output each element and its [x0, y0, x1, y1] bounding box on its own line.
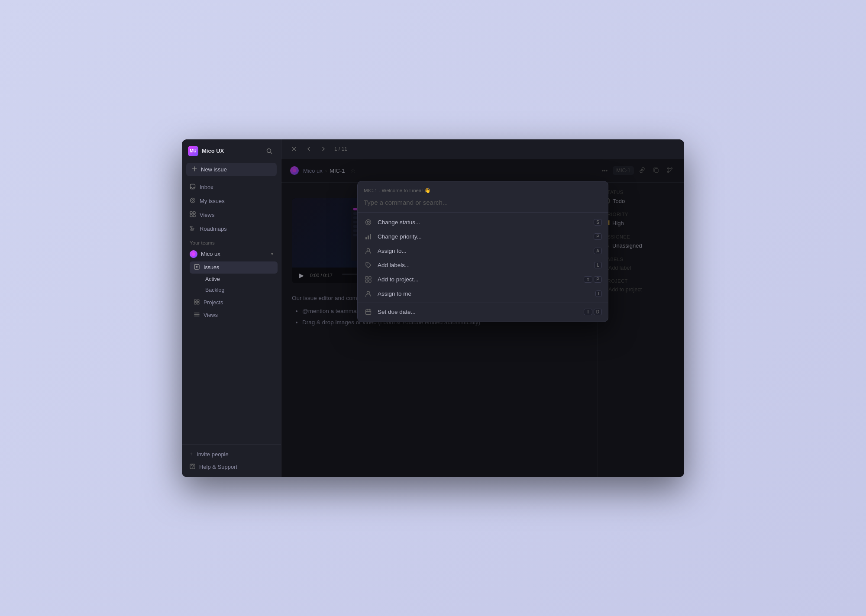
palette-item-change-status[interactable]: Change status... S [358, 215, 608, 229]
svg-point-19 [192, 468, 193, 468]
change-priority-label: Change priority... [378, 233, 588, 240]
invite-people-button[interactable]: + Invite people [185, 448, 278, 461]
svg-rect-37 [368, 277, 371, 279]
palette-item-change-priority[interactable]: Change priority... P [358, 229, 608, 244]
sidebar: MU Mico UX New issue Inbox [182, 139, 281, 477]
assign-to-me-icon [364, 290, 372, 297]
svg-point-13 [196, 266, 198, 268]
app-window: MU Mico UX New issue Inbox [182, 139, 684, 477]
svg-rect-33 [370, 234, 371, 239]
set-due-date-icon [364, 309, 372, 315]
set-due-date-label: Set due date... [378, 309, 578, 315]
svg-rect-14 [194, 300, 197, 302]
roadmaps-icon [190, 225, 196, 232]
issues-label: Issues [204, 264, 219, 271]
sidebar-item-inbox[interactable]: Inbox [185, 181, 278, 194]
palette-item-add-labels[interactable]: Add labels... L [358, 258, 608, 272]
workspace-avatar: MU [188, 146, 198, 156]
shortcut-s: S [594, 219, 602, 226]
projects-icon [194, 299, 200, 306]
assign-to-icon [364, 248, 372, 254]
active-label: Active [205, 276, 220, 282]
team-sub-nav-2: Projects Views [182, 297, 281, 322]
svg-rect-4 [190, 212, 192, 214]
invite-label: Invite people [197, 451, 229, 458]
sidebar-item-active[interactable]: Active [201, 274, 278, 284]
add-to-project-shortcut: ⇧ P [584, 276, 602, 283]
issues-icon [194, 264, 200, 271]
content-area: Mico ux › MIC-1 ☆ ••• MIC-1 [281, 159, 684, 477]
add-labels-icon [364, 262, 372, 268]
svg-rect-15 [197, 300, 200, 302]
palette-search-input[interactable] [364, 195, 602, 210]
change-status-icon [364, 219, 372, 226]
page-counter: 1 / 11 [334, 146, 347, 152]
change-status-label: Change status... [378, 219, 588, 226]
palette-item-set-due-date[interactable]: Set due date... ⇧ D [358, 305, 608, 319]
svg-rect-17 [197, 302, 200, 304]
team-mico-ux[interactable]: Mico ux ▾ [185, 247, 278, 261]
svg-point-2 [191, 198, 195, 203]
projects-label: Projects [204, 300, 223, 306]
shortcut-i: I [595, 290, 602, 297]
sidebar-nav: Inbox My issues Views Roadmaps [182, 181, 281, 236]
palette-item-assign-to-me[interactable]: Assign to me I [358, 287, 608, 301]
my-issues-label: My issues [200, 198, 225, 204]
team-views-icon [194, 312, 200, 319]
sidebar-bottom: + Invite people Help & Support [182, 444, 281, 477]
change-priority-shortcut: P [594, 233, 602, 240]
svg-rect-41 [365, 310, 371, 314]
sidebar-item-projects[interactable]: Projects [190, 297, 278, 309]
sidebar-header: MU Mico UX [182, 139, 281, 161]
team-name: Mico ux [201, 251, 267, 257]
previous-button[interactable] [303, 143, 314, 155]
plus-circle-icon: + [190, 451, 193, 457]
assign-to-shortcut: A [594, 248, 602, 254]
svg-rect-32 [368, 235, 369, 239]
close-button[interactable] [288, 143, 300, 155]
svg-rect-38 [365, 280, 368, 282]
palette-items: Change status... S Change priority... [358, 213, 608, 322]
new-issue-button[interactable]: New issue [186, 163, 277, 176]
svg-point-11 [192, 252, 195, 256]
workspace-info[interactable]: MU Mico UX [188, 146, 224, 156]
svg-point-0 [267, 148, 271, 152]
palette-divider [358, 303, 608, 303]
help-support-button[interactable]: Help & Support [185, 461, 278, 474]
svg-rect-7 [193, 215, 195, 217]
inbox-icon [190, 184, 196, 191]
svg-rect-5 [193, 212, 195, 214]
palette-item-add-to-project[interactable]: Add to project... ⇧ P [358, 272, 608, 287]
team-sub-nav: Issues [182, 261, 281, 274]
svg-rect-16 [194, 302, 197, 304]
palette-context: MIC-1 - Welcome to Linear 👋 [364, 185, 602, 195]
sidebar-item-team-views[interactable]: Views [190, 309, 278, 321]
search-button[interactable] [264, 145, 275, 157]
svg-point-40 [367, 291, 369, 294]
sidebar-item-my-issues[interactable]: My issues [185, 194, 278, 208]
palette-header: MIC-1 - Welcome to Linear 👋 [358, 181, 608, 213]
teams-section-label: Your teams [182, 236, 281, 247]
svg-rect-36 [365, 277, 368, 279]
svg-rect-9 [191, 228, 194, 229]
sidebar-item-issues[interactable]: Issues [190, 261, 278, 274]
sidebar-item-roadmaps[interactable]: Roadmaps [185, 222, 278, 235]
change-status-shortcut: S [594, 219, 602, 226]
help-icon [190, 464, 195, 471]
palette-item-assign-to[interactable]: Assign to... A [358, 244, 608, 258]
overlay[interactable]: MIC-1 - Welcome to Linear 👋 Change statu… [281, 159, 684, 477]
inbox-label: Inbox [200, 184, 213, 190]
next-button[interactable] [318, 143, 329, 155]
add-to-project-label: Add to project... [378, 276, 578, 283]
sidebar-item-backlog[interactable]: Backlog [201, 285, 278, 295]
svg-point-35 [367, 264, 368, 264]
plus-icon [191, 166, 197, 173]
svg-rect-8 [190, 226, 192, 227]
svg-point-29 [365, 219, 371, 225]
shortcut-p2: P [594, 276, 602, 283]
my-issues-icon [190, 197, 196, 205]
team-chevron-icon: ▾ [271, 252, 273, 256]
sidebar-item-views[interactable]: Views [185, 208, 278, 222]
svg-rect-31 [365, 237, 367, 239]
add-labels-shortcut: L [594, 262, 602, 268]
